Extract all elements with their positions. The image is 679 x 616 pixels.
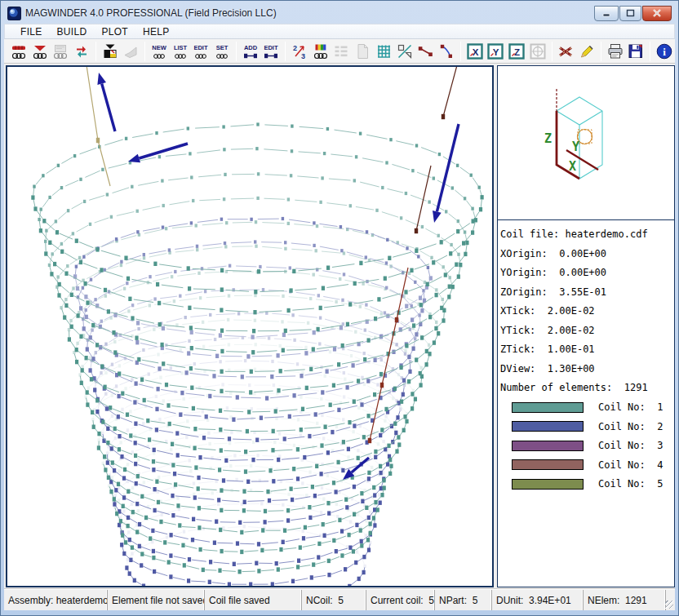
close-button[interactable]	[642, 6, 672, 21]
main-area: ZYX Coil file: heaterdemo.cdf XOrigin: 0…	[4, 64, 675, 589]
print-icon[interactable]	[606, 42, 625, 61]
dview-line: DView: 1.30E+00	[500, 360, 672, 379]
svg-text:EDIT: EDIT	[264, 44, 279, 51]
element-count-line: Number of elements: 1291	[500, 379, 672, 398]
coil-file-line: Coil file: heaterdemo.cdf	[500, 225, 672, 245]
minimize-button[interactable]	[594, 6, 619, 21]
cube-z-label: Z	[544, 131, 552, 146]
app-window: MAGWINDER 4.0 PROFESSIONAL (Field Precis…	[0, 0, 679, 616]
svg-text:3: 3	[301, 52, 305, 60]
grid-icon[interactable]	[374, 42, 393, 61]
cube-wireframe	[557, 97, 602, 179]
legend-row: Coil No: 2	[500, 417, 672, 437]
legend-swatch	[512, 421, 584, 432]
save-icon[interactable]	[627, 42, 646, 61]
legend-label: Coil No: 5	[598, 478, 663, 490]
xorigin-line: XOrigin: 0.00E+00	[500, 245, 672, 264]
legend-swatch	[512, 441, 584, 451]
coil-outer-front	[31, 195, 483, 574]
part-edit-icon[interactable]: EDIT	[262, 42, 282, 61]
legend-swatch	[512, 479, 584, 490]
toolbar-separator	[460, 42, 461, 61]
axis-x-icon[interactable]: X	[465, 42, 485, 61]
menu-help[interactable]: HELP	[135, 25, 177, 38]
toolbar-separator	[650, 42, 650, 61]
color-coil-icon[interactable]	[311, 42, 331, 61]
maximize-button[interactable]	[619, 6, 641, 21]
annotation-arrow	[128, 144, 188, 162]
cube-x-label: X	[569, 159, 576, 174]
svg-text:X: X	[472, 47, 478, 56]
ztick-line: ZTick: 1.00E-01	[500, 340, 672, 360]
erase-hatch-icon[interactable]	[557, 42, 576, 61]
coil-mirror-icon[interactable]	[30, 42, 50, 61]
svg-text:Z: Z	[514, 47, 520, 56]
menu-plot[interactable]: PLOT	[94, 25, 135, 38]
cube-y-label: Y	[572, 140, 579, 154]
orientation-cube-box[interactable]: ZYX	[498, 66, 674, 220]
coil-lead	[442, 67, 457, 119]
coil-current-icon[interactable]	[9, 42, 29, 61]
status-coil-file: Coil file saved	[205, 590, 302, 610]
app-icon	[7, 7, 21, 20]
legend-label: Coil No: 3	[598, 440, 663, 451]
window-title: MAGWINDER 4.0 PROFESSIONAL (Field Precis…	[25, 7, 277, 19]
status-assembly: Assembly: heaterdemo	[4, 590, 108, 610]
axis-z-icon[interactable]: Z	[507, 42, 526, 61]
plot-flag-icon	[121, 42, 140, 61]
coil-lead	[87, 67, 110, 186]
menu-file[interactable]: FILE	[13, 25, 50, 38]
plot-box	[6, 65, 494, 587]
report-icon	[353, 42, 372, 61]
svg-text:i: i	[663, 46, 666, 58]
legend-swatch	[512, 459, 584, 470]
element-list-icon	[332, 42, 352, 61]
titlebar: MAGWINDER 4.0 PROFESSIONAL (Field Precis…	[4, 2, 675, 24]
toolbar: NEWLISTEDITSETADDEDIT23XYZi	[4, 39, 675, 64]
menu-build[interactable]: BUILD	[50, 25, 95, 38]
toolbar-separator	[95, 42, 96, 61]
status-element-file: Element file not saved	[108, 590, 205, 610]
svg-text:Y: Y	[493, 47, 499, 56]
svg-text:2: 2	[293, 43, 297, 51]
status-npart: NPart: 5	[435, 590, 492, 610]
svg-text:ADD: ADD	[244, 44, 258, 51]
swap-arrows-icon[interactable]	[72, 42, 91, 61]
coil-list-icon[interactable]: LIST	[171, 42, 190, 61]
legend-label: Coil No: 1	[598, 401, 663, 413]
coil-import-icon	[51, 42, 70, 61]
arc-segment-icon[interactable]	[437, 42, 456, 61]
coil-edit-icon[interactable]: EDIT	[192, 42, 211, 61]
right-panel: ZYX Coil file: heaterdemo.cdf XOrigin: 0…	[497, 65, 675, 587]
xtick-line: XTick: 2.00E-02	[500, 302, 672, 321]
info-icon[interactable]: i	[655, 42, 674, 61]
menubar: FILE BUILD PLOT HELP	[4, 24, 675, 39]
statusbar: Assembly: heaterdemoElement file not sav…	[4, 589, 675, 610]
plot-settings-icon[interactable]	[100, 42, 120, 61]
plot-info-panel: Coil file: heaterdemo.cdf XOrigin: 0.00E…	[498, 220, 674, 587]
legend-row: Coil No: 1	[500, 398, 672, 418]
coil-set-icon[interactable]: SET	[212, 42, 232, 61]
dim-toggle-icon[interactable]: 23	[290, 42, 309, 61]
annotation-arrow	[433, 124, 459, 223]
clip-plane-icon[interactable]	[395, 42, 415, 61]
pencil-icon[interactable]	[577, 42, 597, 61]
yorigin-line: YOrigin: 0.00E+00	[500, 264, 672, 283]
legend-label: Coil No: 2	[598, 421, 663, 432]
svg-text:EDIT: EDIT	[194, 44, 209, 51]
legend-label: Coil No: 4	[598, 459, 663, 471]
toolbar-separator	[236, 42, 237, 61]
legend-row: Coil No: 3	[500, 437, 672, 456]
toolbar-separator	[552, 42, 553, 61]
axis-y-icon[interactable]: Y	[486, 42, 505, 61]
zorigin-line: ZOrigin: 3.55E-01	[500, 283, 672, 303]
coil-new-icon[interactable]: NEW	[149, 42, 169, 61]
plot-canvas[interactable]	[7, 67, 494, 586]
status-nelem: NElem: 1291	[584, 590, 666, 610]
resize-grip[interactable]	[666, 590, 675, 610]
status-ncoil: NCoil: 5	[302, 590, 366, 610]
coil-legend: Coil No: 1Coil No: 2Coil No: 3Coil No: 4…	[500, 398, 672, 494]
segment-icon[interactable]	[415, 42, 435, 61]
svg-text:NEW: NEW	[152, 44, 166, 51]
part-add-icon[interactable]: ADD	[241, 42, 260, 61]
